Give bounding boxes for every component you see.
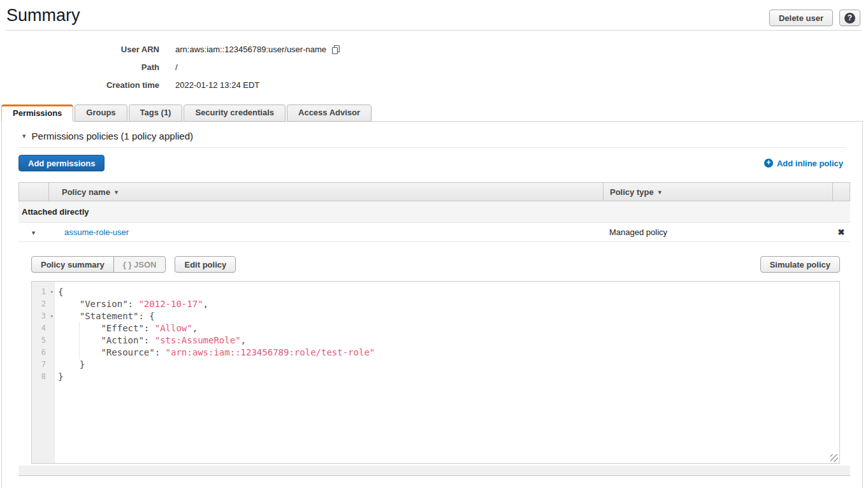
help-button[interactable]: ? — [839, 10, 860, 26]
expand-column-header — [19, 183, 49, 201]
fold-arrow-icon[interactable]: ▾ — [50, 310, 54, 322]
page-title: Summary — [6, 6, 860, 25]
tab-access-advisor[interactable]: Access Advisor — [287, 104, 372, 122]
editor-code-area[interactable]: { "Version": "2012-10-17", "Statement": … — [55, 282, 839, 463]
table-footer-band — [18, 466, 850, 476]
policies-table-header: Policy name ▾ Policy type ▾ — [18, 182, 850, 201]
creation-time-value: 2022-01-12 13:24 EDT — [175, 80, 259, 90]
detach-policy-icon[interactable]: ✖ — [838, 227, 845, 237]
help-icon: ? — [844, 13, 855, 24]
code-line: "Effect": "Allow", — [58, 322, 839, 334]
line-number: 1▾ — [32, 286, 54, 298]
fold-arrow-icon[interactable]: ▾ — [50, 286, 54, 298]
path-value: / — [175, 62, 178, 72]
add-permissions-button[interactable]: Add permissions — [18, 155, 105, 171]
line-number: 7 — [32, 359, 54, 371]
line-number: 3▾ — [32, 310, 54, 322]
line-number: 8 — [32, 371, 54, 383]
actions-column-header — [833, 183, 850, 201]
collapse-arrow-icon: ▾ — [22, 132, 26, 140]
code-line: { — [58, 286, 839, 298]
info-row-path: Path / — [0, 58, 868, 76]
tab-tags[interactable]: Tags (1) — [129, 104, 183, 122]
add-inline-policy-label: Add inline policy — [777, 159, 843, 168]
resize-handle-icon[interactable] — [830, 454, 838, 462]
delete-user-button[interactable]: Delete user — [769, 10, 833, 26]
permissions-policies-section-toggle[interactable]: ▾ Permissions policies (1 policy applied… — [22, 131, 862, 141]
user-info-block: User ARN arn:aws:iam::123456789:user/use… — [0, 40, 868, 94]
header-actions: Delete user ? — [769, 10, 860, 26]
policy-summary-button[interactable]: Policy summary — [31, 256, 114, 273]
simulate-policy-button[interactable]: Simulate policy — [760, 256, 840, 273]
json-toggle-button[interactable]: { } JSON — [113, 256, 166, 273]
info-row-creation-time: Creation time 2022-01-12 13:24 EDT — [0, 76, 868, 94]
row-expand-arrow-icon: ▾ — [32, 229, 36, 236]
policy-detail-panel: Policy summary { } JSON Edit policy Simu… — [18, 256, 850, 476]
line-number: 6 — [32, 347, 54, 359]
copy-icon[interactable] — [331, 45, 341, 55]
code-line: "Version": "2012-10-17", — [58, 298, 839, 310]
add-inline-policy-link[interactable]: + Add inline policy — [764, 159, 843, 168]
policy-name-link[interactable]: assume-role-user — [64, 227, 129, 237]
line-number: 4 — [32, 322, 54, 334]
policy-actions-row: Add permissions + Add inline policy — [18, 155, 843, 171]
header-divider — [6, 30, 862, 31]
user-arn-label: User ARN — [0, 45, 159, 54]
tab-bar: Permissions Groups Tags (1) Security cre… — [0, 104, 868, 121]
policy-detail-toolbar: Policy summary { } JSON Edit policy Simu… — [31, 256, 840, 273]
attached-directly-group-row: Attached directly — [18, 201, 850, 223]
line-number: 2 — [32, 298, 54, 310]
code-line: "Statement": { — [58, 310, 839, 322]
code-line: } — [58, 371, 839, 383]
info-row-user-arn: User ARN arn:aws:iam::123456789:user/use… — [0, 40, 868, 58]
tab-groups[interactable]: Groups — [75, 104, 127, 122]
edit-policy-button[interactable]: Edit policy — [175, 256, 236, 273]
permissions-tab-panel: ▾ Permissions policies (1 policy applied… — [1, 121, 863, 488]
page-header: Summary Delete user ? — [0, 0, 868, 30]
policies-table: Policy name ▾ Policy type ▾ Attached dir… — [18, 182, 850, 476]
policy-type-column-header[interactable]: Policy type ▾ — [604, 183, 833, 201]
tab-permissions[interactable]: Permissions — [1, 104, 73, 122]
editor-line-number-gutter: 1▾ 2 3▾ 4 5 6 7 8 — [32, 282, 55, 463]
tab-security-credentials[interactable]: Security credentials — [184, 104, 286, 122]
permissions-policies-title: Permissions policies (1 policy applied) — [32, 131, 193, 141]
policy-name-column-header[interactable]: Policy name ▾ — [49, 183, 604, 201]
plus-circle-icon: + — [764, 159, 773, 168]
section-divider — [18, 147, 846, 148]
code-line: "Action": "sts:AssumeRole", — [58, 334, 839, 347]
sort-arrow-icon: ▾ — [115, 189, 118, 196]
line-number: 5 — [32, 334, 54, 347]
code-line: "Resource": "arn:aws:iam::123456789:role… — [58, 347, 839, 359]
json-policy-editor[interactable]: 1▾ 2 3▾ 4 5 6 7 8 { "Version": "2012-10-… — [31, 281, 840, 464]
code-line: } — [58, 359, 839, 371]
sort-arrow-icon: ▾ — [658, 189, 662, 196]
indent-guide — [79, 322, 80, 359]
collapse-policy-row-toggle[interactable]: ▾ — [18, 227, 48, 237]
policy-type-value: Managed policy — [609, 227, 667, 237]
creation-time-label: Creation time — [0, 80, 159, 90]
user-arn-value: arn:aws:iam::123456789:user/user-name — [175, 45, 326, 54]
policy-table-row: ▾ assume-role-user Managed policy ✖ — [18, 223, 850, 242]
path-label: Path — [0, 62, 159, 72]
